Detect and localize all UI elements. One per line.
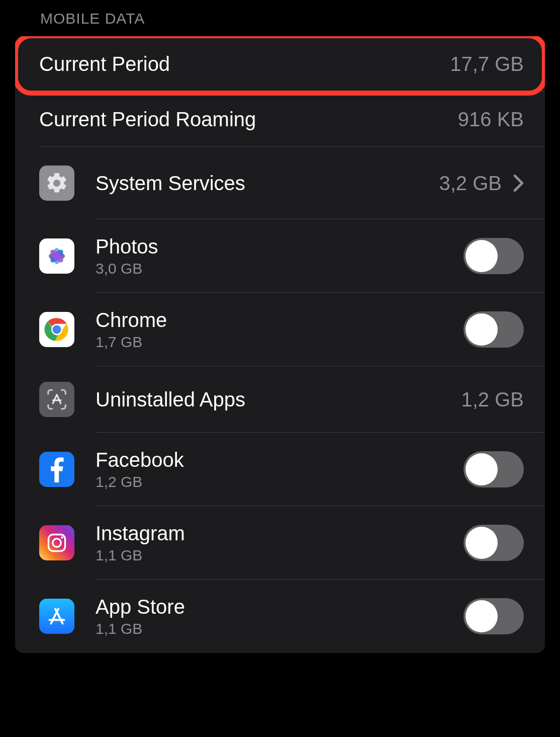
chrome-label: Chrome xyxy=(96,308,453,332)
photos-toggle[interactable] xyxy=(463,238,524,274)
svg-point-12 xyxy=(53,539,61,547)
app-store-usage: 1,1 GB xyxy=(96,620,453,637)
facebook-usage: 1,2 GB xyxy=(96,473,453,490)
row-current-period: Current Period 17,7 GB xyxy=(15,36,545,92)
current-period-label: Current Period xyxy=(39,52,440,75)
row-instagram: Instagram 1,1 GB xyxy=(15,506,545,580)
mobile-data-list: Current Period 17,7 GB Current Period Ro… xyxy=(15,36,545,653)
section-header: MOBILE DATA xyxy=(0,10,560,36)
uninstalled-apps-value: 1,2 GB xyxy=(461,388,524,411)
row-current-period-roaming: Current Period Roaming 916 KB xyxy=(15,92,545,147)
app-store-icon xyxy=(39,599,74,634)
system-services-value: 3,2 GB xyxy=(439,172,502,195)
chrome-usage: 1,7 GB xyxy=(96,334,453,351)
row-chrome: Chrome 1,7 GB xyxy=(15,293,545,366)
photos-label: Photos xyxy=(96,235,453,258)
facebook-label: Facebook xyxy=(96,448,453,471)
row-uninstalled-apps: Uninstalled Apps 1,2 GB xyxy=(15,366,545,433)
chevron-right-icon xyxy=(514,175,524,192)
photos-icon xyxy=(39,238,74,274)
chrome-toggle[interactable] xyxy=(463,311,524,348)
photos-usage: 3,0 GB xyxy=(96,260,453,277)
current-period-roaming-value: 916 KB xyxy=(458,108,524,131)
chrome-icon xyxy=(39,312,74,347)
row-photos: Photos 3,0 GB xyxy=(15,219,545,293)
instagram-toggle[interactable] xyxy=(463,525,524,561)
instagram-label: Instagram xyxy=(96,522,453,545)
gear-icon xyxy=(39,166,74,201)
facebook-toggle[interactable] xyxy=(463,451,524,487)
row-system-services[interactable]: System Services 3,2 GB xyxy=(15,147,545,219)
app-store-toggle[interactable] xyxy=(463,598,524,634)
uninstalled-apps-icon xyxy=(39,382,74,417)
row-app-store: App Store 1,1 GB xyxy=(15,580,545,653)
system-services-label: System Services xyxy=(96,172,429,195)
current-period-roaming-label: Current Period Roaming xyxy=(39,108,448,131)
facebook-icon xyxy=(39,452,74,487)
uninstalled-apps-label: Uninstalled Apps xyxy=(96,388,451,411)
instagram-usage: 1,1 GB xyxy=(96,547,453,564)
instagram-icon xyxy=(39,525,74,560)
app-store-label: App Store xyxy=(96,595,453,618)
current-period-value: 17,7 GB xyxy=(450,53,524,75)
svg-point-13 xyxy=(61,536,63,539)
row-facebook: Facebook 1,2 GB xyxy=(15,433,545,506)
